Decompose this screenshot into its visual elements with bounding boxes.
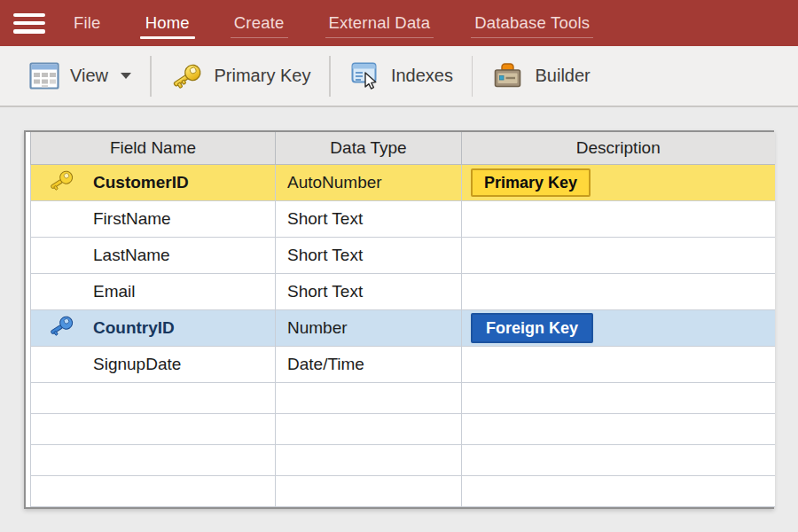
data-type-text: Date/Time [287,355,364,373]
data-type-cell[interactable] [276,382,462,413]
empty-table-row [31,413,775,444]
data-type-text: Short Text [287,209,363,228]
datasheet-view-icon [29,62,59,90]
field-name-text: Email [93,282,136,301]
field-name-cell[interactable]: LastName [31,237,276,273]
data-type-text: Short Text [287,246,363,264]
field-name-cell[interactable]: CountryID [31,309,276,346]
description-cell[interactable] [462,273,775,309]
data-type-cell[interactable]: Number [276,309,462,346]
ribbon-tab-external-data[interactable]: External Data [327,1,433,45]
field-name-cell[interactable]: CustomerID [31,164,276,200]
field-name-text: SignupDate [93,355,181,373]
ribbon-tabs: FileHomeCreateExternal DataDatabase Tool… [72,0,591,46]
data-type-text: Short Text [287,282,363,301]
description-cell[interactable]: Primary Key [462,164,775,200]
table-row: FirstName Short Text [31,200,775,237]
data-type-cell[interactable]: AutoNumber [276,164,462,200]
indexes-table-cursor-icon [349,62,380,90]
builder-button-label: Builder [535,66,590,86]
column-header-description[interactable]: Description [462,132,775,164]
field-name-text: CountryID [93,318,175,337]
field-name-cell[interactable]: Email [31,273,276,309]
field-grid-body: CustomerID AutoNumber Primary Key FirstN… [31,164,775,506]
chevron-down-icon[interactable] [121,73,131,79]
table-row: CountryID Number Foreign Key [31,309,775,346]
data-type-cell[interactable]: Date/Time [276,346,462,382]
ribbon-tab-database-tools[interactable]: Database Tools [473,1,591,45]
ribbon-tab-file[interactable]: File [72,1,103,45]
indexes-button[interactable]: Indexes [349,62,453,90]
table-row: CustomerID AutoNumber Primary Key [31,164,775,200]
builder-button[interactable]: Builder [491,62,590,90]
table-row: LastName Short Text [31,237,775,273]
field-name-text: LastName [93,246,170,264]
gold-key-icon [47,168,76,196]
ribbon-tab-home[interactable]: Home [144,1,192,45]
data-type-cell[interactable] [276,444,462,475]
data-type-cell[interactable] [276,475,462,506]
description-cell[interactable] [462,237,775,273]
toolbar: View Primary Key [0,46,798,107]
field-name-cell[interactable]: SignupDate [31,346,276,382]
primary-key-button[interactable]: Primary Key [170,62,311,90]
field-name-text: CustomerID [93,173,189,192]
table-design-grid: Field Name Data Type Description Custome… [24,130,774,509]
description-cell[interactable] [462,382,775,413]
toolbar-separator [329,56,331,97]
column-header-field-name[interactable]: Field Name [31,132,276,164]
empty-table-row [31,444,775,475]
field-name-cell[interactable] [31,382,276,413]
data-type-cell[interactable]: Short Text [276,273,462,309]
empty-table-row [31,382,775,413]
data-type-cell[interactable] [276,413,462,444]
field-name-cell[interactable] [31,413,276,444]
description-cell[interactable]: Foreign Key [462,309,775,346]
builder-toolbox-icon [491,62,524,90]
key-badge: Primary Key [471,168,591,197]
hamburger-menu-icon[interactable] [13,13,45,34]
indexes-button-label: Indexes [391,66,453,86]
description-cell[interactable] [462,475,775,506]
description-cell[interactable] [462,200,775,237]
data-type-text: AutoNumber [287,173,382,192]
column-header-data-type[interactable]: Data Type [276,132,462,164]
toolbar-separator [150,56,152,97]
data-type-text: Number [287,318,348,337]
field-name-cell[interactable] [31,475,276,506]
toolbar-separator [472,56,473,97]
field-name-text: FirstName [93,209,171,228]
primary-key-button-label: Primary Key [215,66,311,86]
data-type-cell[interactable]: Short Text [276,200,462,237]
field-name-cell[interactable]: FirstName [31,200,276,237]
description-cell[interactable] [462,444,775,475]
view-button-label: View [70,66,108,86]
table-row: SignupDate Date/Time [31,346,775,382]
data-type-cell[interactable]: Short Text [276,237,462,273]
description-cell[interactable] [462,413,775,444]
key-badge: Foreign Key [471,313,593,343]
ribbon-bar: FileHomeCreateExternal DataDatabase Tool… [0,0,798,46]
view-button[interactable]: View [29,62,131,90]
empty-table-row [31,475,775,506]
grid-header-row: Field Name Data Type Description [31,132,775,164]
gold-key-icon [170,62,204,90]
table-row: Email Short Text [31,273,775,309]
description-cell[interactable] [462,346,775,382]
blue-key-icon [47,314,76,341]
field-name-cell[interactable] [31,444,276,475]
ribbon-tab-create[interactable]: Create [232,1,286,45]
